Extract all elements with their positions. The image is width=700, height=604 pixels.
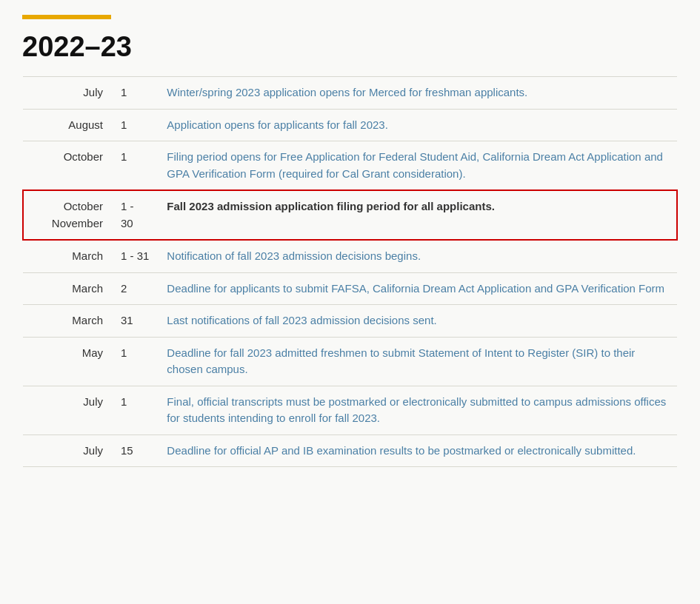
month-cell: July	[23, 77, 112, 110]
description-cell: Last notifications of fall 2023 admissio…	[158, 305, 677, 338]
day-cell: 1	[112, 77, 158, 110]
month-cell: August	[23, 109, 112, 141]
month-cell: October	[23, 141, 112, 191]
day-cell: 15	[112, 434, 158, 467]
day-cell: 1 -30	[112, 190, 158, 240]
day-cell: 1 - 31	[112, 240, 158, 272]
month-cell: July	[23, 386, 112, 434]
day-cell: 31	[112, 305, 158, 338]
table-row: March2Deadline for applicants to submit …	[23, 272, 677, 305]
table-row: October1Filing period opens for Free App…	[23, 141, 677, 191]
description-cell: Filing period opens for Free Application…	[158, 141, 677, 191]
day-cell: 1	[112, 109, 158, 141]
description-cell: Final, official transcripts must be post…	[158, 386, 677, 434]
description-cell: Deadline for applicants to submit FAFSA,…	[158, 272, 677, 305]
table-row: OctoberNovember1 -30Fall 2023 admission …	[23, 190, 677, 240]
day-cell: 1	[112, 337, 158, 386]
description-cell: Deadline for official AP and IB examinat…	[158, 434, 677, 467]
month-cell: March	[23, 305, 112, 338]
table-row: July1Final, official transcripts must be…	[23, 386, 677, 434]
day-cell: 1	[112, 386, 158, 434]
description-cell: Fall 2023 admission application filing p…	[158, 190, 677, 240]
table-row: July1Winter/spring 2023 application open…	[23, 77, 677, 110]
table-row: July15Deadline for official AP and IB ex…	[23, 434, 677, 467]
month-cell: July	[23, 434, 112, 467]
month-cell: March	[23, 240, 112, 272]
accent-bar	[22, 15, 111, 19]
page-title: 2022–23	[22, 31, 678, 63]
table-row: August1Application opens for applicants …	[23, 109, 677, 141]
month-cell: March	[23, 272, 112, 305]
description-cell: Deadline for fall 2023 admitted freshmen…	[158, 337, 677, 386]
month-cell: OctoberNovember	[23, 190, 112, 240]
day-cell: 1	[112, 141, 158, 191]
description-cell: Winter/spring 2023 application opens for…	[158, 77, 677, 110]
description-cell: Notification of fall 2023 admission deci…	[158, 240, 677, 272]
table-row: May1Deadline for fall 2023 admitted fres…	[23, 337, 677, 386]
description-cell: Application opens for applicants for fal…	[158, 109, 677, 141]
table-row: March31Last notifications of fall 2023 a…	[23, 305, 677, 338]
day-cell: 2	[112, 272, 158, 305]
month-cell: May	[23, 337, 112, 386]
calendar-table: July1Winter/spring 2023 application open…	[22, 76, 678, 467]
table-row: March1 - 31Notification of fall 2023 adm…	[23, 240, 677, 272]
